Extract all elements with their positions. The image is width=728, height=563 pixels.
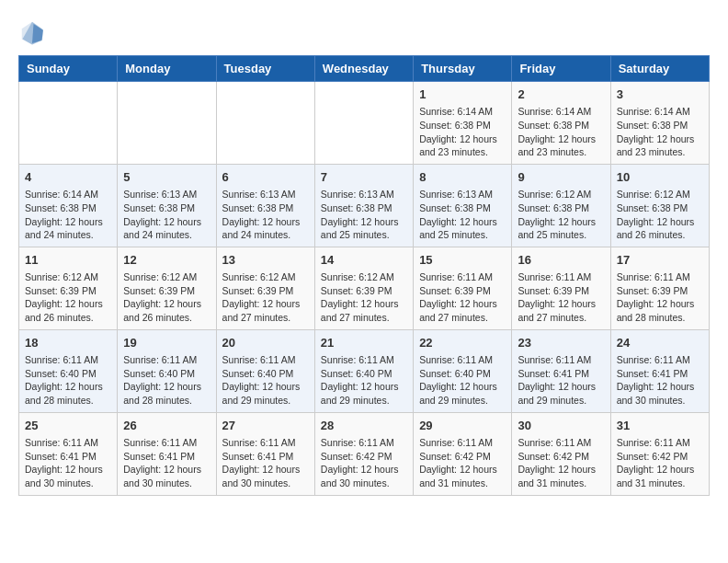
day-info: Daylight: 12 hours and 25 minutes.: [321, 215, 407, 242]
day-info: Sunset: 6:38 PM: [617, 201, 703, 215]
day-info: Sunrise: 6:13 AM: [419, 188, 506, 201]
day-info: Sunset: 6:38 PM: [321, 201, 407, 215]
day-info: Daylight: 12 hours and 30 minutes.: [222, 463, 309, 489]
day-header-monday: Monday: [118, 56, 216, 82]
day-number: 28: [321, 418, 407, 434]
day-info: Sunset: 6:42 PM: [617, 450, 703, 464]
calendar-week-3: 11Sunrise: 6:12 AMSunset: 6:39 PMDayligh…: [19, 247, 710, 329]
day-info: Sunrise: 6:12 AM: [321, 270, 407, 284]
day-info: Daylight: 12 hours and 27 minutes.: [321, 297, 407, 324]
day-info: Daylight: 12 hours and 31 minutes.: [617, 463, 703, 489]
calendar-cell: 3Sunrise: 6:14 AMSunset: 6:38 PMDaylight…: [610, 82, 709, 165]
calendar-week-1: 1Sunrise: 6:14 AMSunset: 6:38 PMDaylight…: [19, 82, 710, 165]
calendar-cell: 28Sunrise: 6:11 AMSunset: 6:42 PMDayligh…: [314, 412, 413, 495]
day-info: Daylight: 12 hours and 27 minutes.: [518, 297, 604, 324]
day-info: Sunrise: 6:12 AM: [222, 270, 309, 284]
day-number: 13: [222, 252, 309, 269]
day-number: 29: [419, 418, 506, 434]
day-info: Sunset: 6:38 PM: [518, 119, 604, 132]
day-info: Daylight: 12 hours and 25 minutes.: [419, 215, 506, 242]
day-number: 12: [123, 252, 210, 269]
day-info: Sunrise: 6:12 AM: [25, 270, 111, 284]
day-number: 25: [25, 418, 111, 434]
day-info: Daylight: 12 hours and 30 minutes.: [321, 463, 407, 489]
day-info: Daylight: 12 hours and 31 minutes.: [518, 463, 604, 489]
day-number: 14: [321, 252, 407, 269]
day-info: Sunset: 6:38 PM: [123, 201, 210, 215]
calendar-week-5: 25Sunrise: 6:11 AMSunset: 6:41 PMDayligh…: [19, 412, 710, 495]
day-number: 22: [419, 335, 506, 351]
day-info: Daylight: 12 hours and 30 minutes.: [123, 463, 210, 489]
day-info: Sunrise: 6:12 AM: [617, 188, 703, 201]
calendar-cell: [19, 82, 118, 165]
day-info: Daylight: 12 hours and 24 minutes.: [25, 215, 111, 242]
day-number: 10: [617, 169, 703, 186]
day-number: 7: [321, 169, 407, 186]
calendar-cell: 16Sunrise: 6:11 AMSunset: 6:39 PMDayligh…: [512, 247, 610, 329]
day-info: Sunset: 6:41 PM: [123, 450, 210, 464]
calendar-cell: 1Sunrise: 6:14 AMSunset: 6:38 PMDaylight…: [414, 82, 512, 165]
day-number: 20: [222, 335, 309, 351]
day-info: Sunrise: 6:11 AM: [25, 436, 111, 450]
day-number: 31: [617, 418, 703, 434]
day-info: Sunrise: 6:11 AM: [419, 270, 506, 284]
day-info: Sunrise: 6:11 AM: [617, 270, 703, 284]
day-info: Sunset: 6:40 PM: [321, 367, 407, 381]
day-header-tuesday: Tuesday: [216, 56, 314, 82]
day-info: Daylight: 12 hours and 24 minutes.: [123, 215, 210, 242]
day-info: Sunset: 6:40 PM: [25, 367, 111, 381]
calendar-cell: 30Sunrise: 6:11 AMSunset: 6:42 PMDayligh…: [512, 412, 610, 495]
day-info: Sunrise: 6:11 AM: [518, 436, 604, 450]
logo: [18, 18, 51, 46]
day-info: Sunrise: 6:11 AM: [222, 353, 309, 367]
day-info: Daylight: 12 hours and 29 minutes.: [321, 380, 407, 407]
day-info: Daylight: 12 hours and 27 minutes.: [419, 297, 506, 324]
day-number: 5: [123, 169, 210, 186]
day-info: Sunrise: 6:11 AM: [222, 436, 309, 450]
day-number: 21: [321, 335, 407, 351]
day-header-friday: Friday: [512, 56, 610, 82]
day-info: Daylight: 12 hours and 26 minutes.: [123, 297, 210, 324]
day-number: 3: [617, 86, 703, 103]
day-number: 16: [518, 252, 604, 269]
day-number: 23: [518, 335, 604, 351]
day-info: Daylight: 12 hours and 27 minutes.: [222, 297, 309, 324]
day-header-saturday: Saturday: [610, 56, 709, 82]
calendar-cell: 8Sunrise: 6:13 AMSunset: 6:38 PMDaylight…: [414, 164, 512, 247]
calendar-cell: 5Sunrise: 6:13 AMSunset: 6:38 PMDaylight…: [118, 164, 216, 247]
day-info: Sunset: 6:39 PM: [321, 284, 407, 298]
calendar-cell: 12Sunrise: 6:12 AMSunset: 6:39 PMDayligh…: [118, 247, 216, 329]
calendar-cell: 13Sunrise: 6:12 AMSunset: 6:39 PMDayligh…: [216, 247, 314, 329]
day-header-wednesday: Wednesday: [314, 56, 413, 82]
day-number: 17: [617, 252, 703, 269]
day-info: Sunrise: 6:11 AM: [321, 353, 407, 367]
calendar-week-2: 4Sunrise: 6:14 AMSunset: 6:38 PMDaylight…: [19, 164, 710, 247]
day-info: Sunrise: 6:13 AM: [222, 188, 309, 201]
calendar-cell: 27Sunrise: 6:11 AMSunset: 6:41 PMDayligh…: [216, 412, 314, 495]
calendar-cell: 18Sunrise: 6:11 AMSunset: 6:40 PMDayligh…: [19, 329, 118, 412]
calendar-cell: 21Sunrise: 6:11 AMSunset: 6:40 PMDayligh…: [314, 329, 413, 412]
day-info: Daylight: 12 hours and 29 minutes.: [419, 380, 506, 407]
day-number: 26: [123, 418, 210, 434]
day-info: Sunrise: 6:13 AM: [321, 188, 407, 201]
day-info: Sunset: 6:39 PM: [25, 284, 111, 298]
day-number: 8: [419, 169, 506, 186]
day-info: Sunset: 6:40 PM: [222, 367, 309, 381]
day-info: Daylight: 12 hours and 30 minutes.: [25, 463, 111, 489]
day-info: Sunrise: 6:11 AM: [25, 353, 111, 367]
day-info: Sunrise: 6:13 AM: [123, 188, 210, 201]
calendar-cell: [216, 82, 314, 165]
day-number: 15: [419, 252, 506, 269]
day-info: Daylight: 12 hours and 24 minutes.: [222, 215, 309, 242]
calendar-cell: 14Sunrise: 6:12 AMSunset: 6:39 PMDayligh…: [314, 247, 413, 329]
calendar-cell: 22Sunrise: 6:11 AMSunset: 6:40 PMDayligh…: [414, 329, 512, 412]
day-info: Sunset: 6:41 PM: [617, 367, 703, 381]
day-info: Sunrise: 6:11 AM: [123, 436, 210, 450]
day-number: 6: [222, 169, 309, 186]
day-info: Sunrise: 6:14 AM: [518, 105, 604, 119]
day-number: 1: [419, 86, 506, 103]
day-info: Daylight: 12 hours and 23 minutes.: [419, 132, 506, 159]
day-info: Sunrise: 6:11 AM: [419, 436, 506, 450]
day-header-sunday: Sunday: [19, 56, 118, 82]
day-info: Sunset: 6:38 PM: [419, 201, 506, 215]
